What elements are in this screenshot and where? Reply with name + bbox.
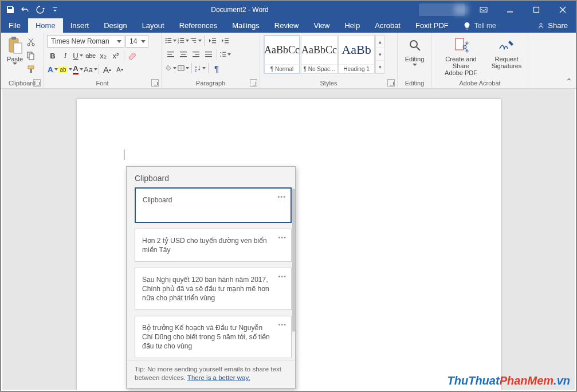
tab-view[interactable]: View [306, 18, 337, 33]
svg-rect-6 [14, 43, 22, 53]
shrink-font-button[interactable]: A▾ [114, 64, 125, 75]
clipboard-item[interactable]: Sau Nghị quyết 120 ban hành năm 2017, Ch… [135, 268, 292, 310]
shading-button[interactable] [165, 62, 176, 74]
qat-customize-icon[interactable] [49, 4, 61, 15]
align-center-button[interactable] [178, 49, 189, 60]
align-right-button[interactable] [190, 49, 202, 60]
tab-file[interactable]: File [1, 18, 28, 33]
styles-launcher[interactable] [387, 79, 395, 87]
save-icon[interactable] [5, 4, 16, 15]
redo-icon[interactable] [34, 4, 46, 15]
style-heading1[interactable]: AaBb Heading 1 [338, 35, 375, 74]
tab-help[interactable]: Help [337, 18, 367, 33]
paste-label: Paste [7, 56, 23, 62]
tab-design[interactable]: Design [96, 18, 134, 33]
tellme-search[interactable]: Tell me [456, 18, 503, 33]
decrease-indent-button[interactable] [207, 35, 218, 46]
share-button[interactable]: Share [529, 18, 576, 33]
copy-button[interactable] [25, 50, 37, 61]
item-menu-icon[interactable]: ••• [278, 272, 286, 281]
svg-rect-5 [11, 37, 16, 40]
paste-button[interactable]: Paste [5, 35, 25, 66]
svg-rect-28 [212, 38, 216, 38]
tab-acrobat[interactable]: Acrobat [367, 18, 408, 33]
text-cursor [124, 150, 124, 160]
user-badge[interactable] [419, 3, 465, 16]
window-title: Document2 - Word [61, 6, 419, 14]
clipboard-item[interactable]: Bộ trưởng Kế hoạch và Đầu tư Nguyễn Chí … [135, 316, 292, 358]
svg-rect-56 [456, 38, 464, 50]
svg-rect-47 [222, 54, 226, 54]
item-menu-icon[interactable]: ••• [278, 233, 286, 242]
group-paragraph: 123 AZ ¶ Parag [162, 33, 260, 88]
group-font: Times New Roman 14 B I U abc x₂ x² A ab … [44, 33, 162, 88]
numbering-button[interactable]: 123 [178, 35, 189, 46]
clipboard-item[interactable]: Clipboard ••• [135, 187, 292, 223]
request-signatures-button[interactable]: Request Signatures [489, 35, 524, 70]
watermark: ThuThuatPhanMem.vn [448, 374, 570, 387]
subscript-button[interactable]: x₂ [97, 50, 109, 61]
line-spacing-button[interactable] [219, 49, 231, 60]
ribbon-options-icon[interactable] [470, 1, 497, 18]
minimize-icon[interactable] [497, 1, 523, 18]
cut-button[interactable] [25, 36, 37, 48]
tab-layout[interactable]: Layout [135, 18, 172, 33]
tab-foxit[interactable]: Foxit PDF [408, 18, 456, 33]
strike-button[interactable]: abc [85, 50, 96, 61]
bullets-button[interactable] [165, 35, 176, 46]
tab-home[interactable]: Home [28, 18, 63, 33]
font-color-button[interactable]: A [72, 64, 84, 75]
tip-link[interactable]: There is a better way. [187, 374, 250, 381]
clipboard-launcher[interactable] [33, 79, 41, 87]
clear-formatting-button[interactable] [127, 50, 138, 61]
undo-icon[interactable] [19, 4, 31, 15]
tab-insert[interactable]: Insert [63, 18, 97, 33]
svg-text:Z: Z [195, 69, 197, 72]
svg-rect-48 [222, 56, 226, 57]
maximize-icon[interactable] [523, 1, 549, 18]
italic-button[interactable]: I [60, 50, 71, 61]
paragraph-launcher[interactable] [250, 79, 257, 87]
editing-button[interactable]: Editing [401, 35, 428, 68]
multilevel-button[interactable] [190, 35, 202, 46]
borders-button[interactable] [178, 62, 189, 74]
align-left-button[interactable] [165, 49, 176, 60]
create-share-pdf-button[interactable]: Create and Share Adobe PDF [435, 35, 486, 77]
show-marks-button[interactable]: ¶ [211, 62, 222, 74]
tab-mailings[interactable]: Mailings [225, 18, 267, 33]
tab-review[interactable]: Review [267, 18, 307, 33]
svg-rect-34 [167, 52, 174, 52]
chevron-down-icon [13, 62, 17, 65]
superscript-button[interactable]: x² [110, 50, 121, 61]
font-launcher[interactable] [151, 79, 159, 87]
scrollbar[interactable] [292, 189, 295, 332]
svg-point-15 [166, 40, 167, 41]
font-name-combo[interactable]: Times New Roman [47, 35, 124, 48]
close-icon[interactable] [549, 1, 576, 18]
justify-button[interactable] [203, 49, 214, 60]
underline-button[interactable]: U [72, 50, 84, 61]
svg-rect-25 [191, 38, 196, 39]
format-painter-button[interactable] [25, 64, 37, 75]
svg-rect-41 [195, 54, 199, 54]
collapse-ribbon-icon[interactable]: ⌃ [566, 77, 572, 86]
tab-references[interactable]: References [172, 18, 225, 33]
chevron-down-icon [413, 64, 417, 66]
change-case-button[interactable]: Aa [85, 64, 96, 75]
styles-gallery-more[interactable]: ▴▾▾ [375, 35, 384, 74]
text-effects-button[interactable]: A [47, 64, 58, 75]
tellme-label: Tell me [474, 22, 496, 30]
style-normal[interactable]: AaBbCc ¶ Normal [264, 35, 300, 74]
font-size-combo[interactable]: 14 [125, 35, 148, 48]
sort-button[interactable]: AZ [194, 62, 206, 74]
clipboard-item[interactable]: Hơn 2 tỷ USD cho tuyến đường ven biển mi… [135, 229, 292, 262]
item-menu-icon[interactable]: ••• [278, 320, 286, 329]
increase-indent-button[interactable] [219, 35, 231, 46]
grow-font-button[interactable]: A▴ [101, 64, 113, 75]
highlight-button[interactable]: ab [60, 64, 71, 75]
bold-button[interactable]: B [47, 50, 58, 61]
item-menu-icon[interactable]: ••• [277, 192, 286, 201]
svg-point-54 [410, 41, 417, 48]
style-no-spacing[interactable]: AaBbCc ¶ No Spac... [301, 35, 337, 74]
svg-rect-16 [167, 40, 171, 41]
